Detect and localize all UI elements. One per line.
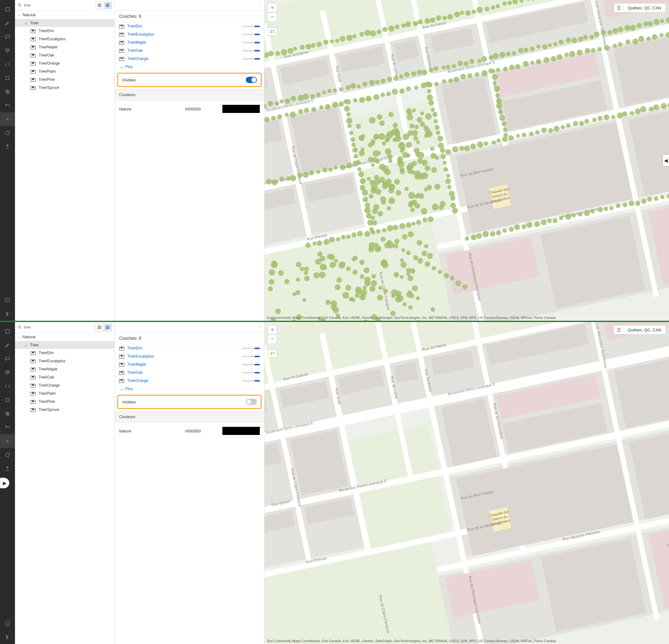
tool-copy-icon[interactable] xyxy=(0,407,15,421)
layer-link[interactable]: Tree/Oak xyxy=(127,370,239,375)
tool-info-icon[interactable] xyxy=(0,617,15,630)
tool-expand-icon[interactable] xyxy=(0,630,15,644)
tree-sub-spruce[interactable]: Tree/Spruce xyxy=(15,84,114,92)
opacity-slider[interactable] xyxy=(242,380,260,382)
search-input[interactable] xyxy=(24,3,93,8)
layer-icon xyxy=(119,40,124,45)
tool-undo-icon[interactable] xyxy=(0,421,15,434)
layer-link[interactable]: Tree/Elm xyxy=(127,346,239,350)
tree-sub-elm[interactable]: Tree/Elm xyxy=(15,27,114,35)
tool-info-icon[interactable] xyxy=(0,293,15,307)
tool-refresh-icon[interactable] xyxy=(0,126,15,140)
tree-sub-palm[interactable]: Tree/Palm xyxy=(15,389,114,397)
tool-edit-icon[interactable] xyxy=(0,16,15,30)
tree-sub-eucalyptus[interactable]: Tree/Eucalyptus xyxy=(15,35,114,43)
zoom-in-button[interactable]: + xyxy=(268,3,277,13)
view-compact-button[interactable] xyxy=(96,2,103,9)
layer-link[interactable]: Tree/Oak xyxy=(127,48,239,53)
layer-link[interactable]: Tree/Orange xyxy=(127,378,239,383)
tree-sub-pine[interactable]: Tree/Pine xyxy=(15,75,114,84)
location-pill[interactable]: ☰ Québec, QC, CAN xyxy=(614,325,666,335)
tree-group-natural[interactable]: ⌄Natural xyxy=(15,11,114,19)
tree-sub-orange[interactable]: Tree/Orange xyxy=(15,381,114,389)
tree-sub-oak[interactable]: Tree/Oak xyxy=(15,373,114,381)
tool-undo-icon[interactable] xyxy=(0,99,15,112)
opacity-slider[interactable] xyxy=(242,50,260,52)
color-swatch[interactable] xyxy=(223,427,260,435)
location-pill[interactable]: ☰ Québec, QC, CAN xyxy=(614,3,666,13)
color-swatch[interactable] xyxy=(223,105,260,113)
collapse-arrow-icon[interactable]: ‹ xyxy=(260,325,261,330)
view-toggle xyxy=(95,2,112,9)
layer-tree-panel: ⌄Natural ⌄Tree Tree/Elm Tree/Eucalyptus … xyxy=(15,322,115,644)
opacity-slider[interactable] xyxy=(242,58,260,60)
tool-layers2-icon[interactable] xyxy=(0,44,15,57)
visibles-toggle[interactable] xyxy=(246,399,257,405)
view-compact-button[interactable] xyxy=(96,324,103,331)
opacity-slider[interactable] xyxy=(242,372,260,374)
layer-link[interactable]: Tree/Maple xyxy=(127,40,239,45)
tree-sub-orange[interactable]: Tree/Orange xyxy=(15,59,114,67)
map-view[interactable]: Rue St-Gabriel Rue St-Patrick Boulevard … xyxy=(265,322,669,644)
tree-sub-spruce[interactable]: Tree/Spruce xyxy=(15,406,114,414)
tool-layers-icon[interactable] xyxy=(0,2,15,16)
tool-code-icon[interactable] xyxy=(0,379,15,393)
layer-link[interactable]: Tree/Maple xyxy=(127,362,239,367)
layer-link[interactable]: Tree/Eucalyptus xyxy=(127,354,239,359)
layer-link[interactable]: Tree/Elm xyxy=(127,24,239,28)
bookmark-icon[interactable]: ☰ xyxy=(614,3,624,12)
tree-sub-oak[interactable]: Tree/Oak xyxy=(15,51,114,59)
opacity-slider[interactable] xyxy=(242,348,260,349)
expand-right-handle[interactable]: ◀ xyxy=(663,154,669,167)
tree-group-natural[interactable]: ⌄Natural xyxy=(15,333,114,341)
zoom-out-button[interactable]: − xyxy=(268,13,277,22)
tool-data-icon[interactable] xyxy=(0,71,15,85)
tool-upload-icon[interactable] xyxy=(0,462,15,476)
visibles-toggle[interactable] xyxy=(246,77,257,83)
properties-panel: ‹ Couches: 9 Tree/Elm Tree/Eucalyptus Tr… xyxy=(115,0,265,321)
view-detailed-button[interactable] xyxy=(103,324,112,331)
layer-link[interactable]: Tree/Eucalyptus xyxy=(127,32,239,37)
view-detailed-button[interactable] xyxy=(103,2,112,9)
zoom-out-button[interactable]: − xyxy=(268,335,277,344)
tool-current-icon[interactable] xyxy=(0,434,15,448)
tool-messages-icon[interactable] xyxy=(0,352,15,366)
tree-sub-maple[interactable]: Tree/Maple xyxy=(15,43,114,51)
zoom-in-button[interactable]: + xyxy=(268,325,277,335)
tree-item-tree[interactable]: ⌄Tree xyxy=(15,19,114,27)
tool-layers2-icon[interactable] xyxy=(0,366,15,379)
tree-sub-elm[interactable]: Tree/Elm xyxy=(15,349,114,357)
opacity-slider[interactable] xyxy=(242,356,260,357)
bookmark-icon[interactable]: ☰ xyxy=(614,325,624,334)
tree-sub-palm[interactable]: Tree/Palm xyxy=(15,67,114,75)
layer-icon xyxy=(31,399,35,404)
tool-refresh-icon[interactable] xyxy=(0,448,15,462)
tool-layers-icon[interactable] xyxy=(0,324,15,338)
tree-sub-eucalyptus[interactable]: Tree/Eucalyptus xyxy=(15,357,114,365)
opacity-slider[interactable] xyxy=(242,42,260,43)
tool-expand-icon[interactable] xyxy=(0,307,15,321)
toolbar xyxy=(0,0,15,321)
zoom-level-indicator: 17 xyxy=(268,27,277,36)
layer-link[interactable]: Tree/Orange xyxy=(127,56,239,61)
tool-current-icon[interactable] xyxy=(0,112,15,126)
tree-sub-maple[interactable]: Tree/Maple xyxy=(15,365,114,373)
tool-edit-icon[interactable] xyxy=(0,338,15,352)
opacity-slider[interactable] xyxy=(242,364,260,365)
tree-item-tree[interactable]: ⌄Tree xyxy=(15,341,114,349)
tree-sub-pine[interactable]: Tree/Pine xyxy=(15,397,114,406)
opacity-slider[interactable] xyxy=(242,34,260,35)
tool-code-icon[interactable] xyxy=(0,57,15,71)
tool-upload-icon[interactable] xyxy=(0,140,15,154)
tool-messages-icon[interactable] xyxy=(0,30,15,44)
comparison-bottom: ⌄Natural ⌄Tree Tree/Elm Tree/Eucalyptus … xyxy=(0,322,669,644)
tool-copy-icon[interactable] xyxy=(0,85,15,99)
layer-row-eucalyptus: Tree/Eucalyptus xyxy=(115,352,264,360)
show-more-button[interactable]: ⌄⌄Plus xyxy=(115,385,264,393)
collapse-arrow-icon[interactable]: ‹ xyxy=(260,3,261,8)
search-input[interactable] xyxy=(24,325,93,330)
map-view[interactable]: Rue St-Gabriel Rue St-Patrick Boulevard … xyxy=(265,0,669,321)
tool-data-icon[interactable] xyxy=(0,393,15,407)
opacity-slider[interactable] xyxy=(242,26,260,27)
show-more-button[interactable]: ⌄⌄Plus xyxy=(115,63,264,71)
